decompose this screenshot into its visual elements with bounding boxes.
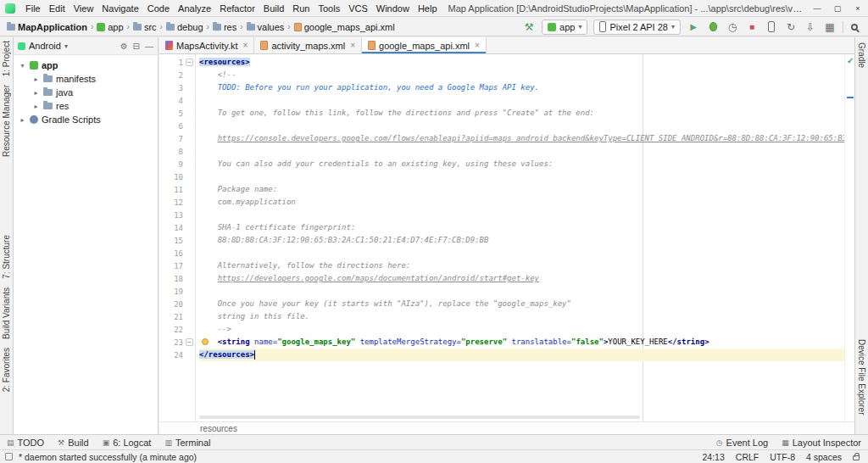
code-area[interactable]: <resources> <!-- TODO: Before you run yo… <box>196 54 844 421</box>
breadcrumb-app[interactable]: app <box>95 22 125 32</box>
close-tab-icon[interactable]: × <box>475 41 480 50</box>
chevron-expanded-icon[interactable]: ▾ <box>19 62 26 70</box>
code-line-2[interactable]: <!-- <box>199 69 844 81</box>
tool-tab-build-variants[interactable]: Build Variants <box>2 287 11 339</box>
fold-toggle-icon[interactable]: − <box>186 59 193 66</box>
tool-tab-layout-inspector[interactable]: ▦ Layout Inspector <box>782 438 861 448</box>
sdk-manager-icon[interactable]: ⇩ <box>804 20 817 35</box>
chevron-collapsed-icon[interactable]: ▸ <box>32 75 40 83</box>
search-everywhere-button[interactable] <box>849 20 863 35</box>
menu-build[interactable]: Build <box>259 3 288 14</box>
fold-toggle-icon[interactable]: − <box>186 338 193 346</box>
caret-position-indicator[interactable]: 24:13 <box>703 452 725 462</box>
tool-tab-build[interactable]: ⚒ Build <box>58 438 89 448</box>
tool-tab-project[interactable]: 1: Project <box>2 41 11 76</box>
tree-item-java[interactable]: ▸ java <box>14 86 158 99</box>
lock-icon[interactable] <box>853 455 860 460</box>
intention-bulb-icon[interactable] <box>202 338 209 345</box>
breadcrumb-src[interactable]: src <box>131 22 159 32</box>
code-line-12[interactable]: com.myapplication <box>199 196 844 209</box>
tool-tab-device-file-explorer[interactable]: Device File Explorer <box>857 339 866 415</box>
breadcrumb-resources[interactable]: resources <box>200 424 237 433</box>
avd-manager-icon[interactable] <box>765 20 778 35</box>
breadcrumb-project[interactable]: MapApplication <box>5 22 89 32</box>
code-line-11[interactable]: Package name: <box>199 183 844 196</box>
code-line-8[interactable] <box>199 145 844 158</box>
project-view-selector[interactable]: Android ▾ <box>18 41 68 51</box>
code-line-16[interactable] <box>199 247 844 259</box>
tree-item-res[interactable]: ▸ res <box>14 99 158 113</box>
tool-tab-terminal[interactable]: ▥ Terminal <box>164 438 210 448</box>
menu-tools[interactable]: Tools <box>314 3 344 14</box>
horizontal-scrollbar[interactable] <box>199 416 640 419</box>
code-line-9[interactable]: You can also add your credentials to an … <box>199 158 844 170</box>
menu-help[interactable]: Help <box>414 3 442 14</box>
settings-gear-icon[interactable]: ⚙ <box>120 42 128 51</box>
menu-code[interactable]: Code <box>143 3 174 14</box>
breadcrumb-debug[interactable]: debug <box>164 22 205 32</box>
profiler-icon[interactable]: ◷ <box>726 20 739 35</box>
tool-tab-favorites[interactable]: 2: Favorites <box>2 348 11 392</box>
code-line-15[interactable]: 88:8D:88:CA:3F:12:90:65:B3:2A:C1:50:21:E… <box>199 234 844 247</box>
menu-view[interactable]: View <box>70 3 98 14</box>
code-line-5[interactable]: To get one, follow this link, follow the… <box>199 107 844 120</box>
tool-tab-event-log[interactable]: ◷ Event Log <box>716 438 768 448</box>
breadcrumb-file[interactable]: google_maps_api.xml <box>292 22 397 32</box>
todo-stripe-mark[interactable] <box>847 97 854 98</box>
menu-window[interactable]: Window <box>372 3 414 14</box>
menu-file[interactable]: File <box>21 3 45 14</box>
code-line-19[interactable] <box>199 285 844 298</box>
menu-edit[interactable]: Edit <box>45 3 70 14</box>
maximize-button[interactable]: ▢ <box>827 0 848 17</box>
build-hammer-icon[interactable]: ⚒ <box>522 20 536 35</box>
code-line-20[interactable]: Once you have your key (it starts with "… <box>199 298 844 310</box>
run-configuration-select[interactable]: app ▾ <box>542 20 587 35</box>
debug-bug-icon[interactable] <box>706 20 720 35</box>
error-stripe[interactable]: ✓ <box>844 54 854 421</box>
hide-panel-icon[interactable]: — <box>145 42 153 51</box>
menu-refactor[interactable]: Refactor <box>215 3 259 14</box>
chevron-collapsed-icon[interactable]: ▸ <box>19 116 26 124</box>
menu-run[interactable]: Run <box>288 3 314 14</box>
tool-tab-todo[interactable]: ▤ TODO <box>7 438 44 448</box>
menu-analyze[interactable]: Analyze <box>174 3 215 14</box>
menu-vcs[interactable]: VCS <box>344 3 372 14</box>
close-tab-icon[interactable]: × <box>350 41 355 50</box>
code-line-24[interactable]: </resources> <box>199 349 844 361</box>
code-line-1[interactable]: <resources> <box>199 56 844 69</box>
minimize-button[interactable]: — <box>807 0 827 17</box>
chevron-collapsed-icon[interactable]: ▸ <box>32 103 40 110</box>
tree-item-manifests[interactable]: ▸ manifests <box>14 72 158 86</box>
tool-window-switcher-icon[interactable] <box>5 453 13 460</box>
layout-inspector-toolbar-icon[interactable]: ▦ <box>823 20 837 35</box>
code-line-14[interactable]: SHA-1 certificate fingerprint: <box>199 221 844 234</box>
code-line-10[interactable] <box>199 170 844 183</box>
menu-navigate[interactable]: Navigate <box>97 3 142 14</box>
tree-item-app[interactable]: ▾ app <box>14 59 158 72</box>
stop-button[interactable]: ■ <box>745 20 759 35</box>
code-line-4[interactable] <box>199 94 844 107</box>
code-line-7[interactable]: https://console.developers.google.com/fl… <box>199 132 844 145</box>
tool-tab-gradle[interactable]: Gradle <box>857 42 866 68</box>
device-select[interactable]: Pixel 2 API 28 ▾ <box>593 20 681 35</box>
gradle-sync-icon[interactable]: ↻ <box>784 20 798 35</box>
close-tab-icon[interactable]: × <box>243 41 248 50</box>
tab-activity-maps-xml[interactable]: activity_maps.xml × <box>254 37 362 53</box>
tool-tab-logcat[interactable]: ▣ 6: Logcat <box>103 438 152 448</box>
collapse-all-icon[interactable]: ⊟ <box>133 42 140 51</box>
encoding-indicator[interactable]: UTF-8 <box>770 452 795 462</box>
tool-tab-structure[interactable]: 7: Structure <box>2 235 11 279</box>
close-button[interactable]: × <box>848 0 868 17</box>
line-separator-indicator[interactable]: CRLF <box>736 452 759 462</box>
indent-indicator[interactable]: 4 spaces <box>806 452 842 462</box>
code-line-22[interactable]: --> <box>199 323 844 336</box>
code-line-3[interactable]: TODO: Before you run your application, y… <box>199 81 844 94</box>
code-line-6[interactable] <box>199 120 844 132</box>
breadcrumb-values[interactable]: values <box>245 22 287 32</box>
code-line-13[interactable] <box>199 209 844 221</box>
tab-google-maps-api-xml[interactable]: google_maps_api.xml × <box>362 37 487 53</box>
breadcrumb-res[interactable]: res <box>211 22 238 32</box>
code-line-18[interactable]: https://developers.google.com/maps/docum… <box>199 272 844 285</box>
tab-mapsactivity-kt[interactable]: MapsActivity.kt × <box>159 37 254 53</box>
code-line-23[interactable]: <string name="google_maps_key" templateM… <box>199 336 844 349</box>
